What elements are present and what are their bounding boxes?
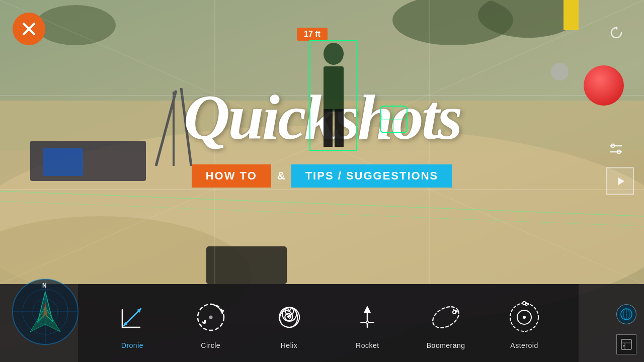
quickshot-boomerang[interactable]: Boomerang	[421, 297, 471, 349]
svg-rect-9	[206, 246, 287, 284]
svg-point-14	[35, 5, 116, 45]
subtitle-row: HOW TO & TIPS / SUGGESTIONS	[0, 164, 644, 188]
settings-button[interactable]	[608, 141, 624, 160]
svg-rect-24	[335, 109, 344, 147]
svg-marker-53	[623, 345, 625, 347]
quickshot-dronie[interactable]: Dronie	[107, 297, 157, 349]
bottom-right-panel	[579, 284, 644, 362]
close-icon	[20, 20, 38, 38]
svg-marker-34	[618, 177, 624, 185]
settings-icon	[608, 141, 624, 157]
boomerang-icon-container	[426, 297, 466, 337]
record-button[interactable]	[584, 65, 624, 106]
svg-point-70	[429, 302, 462, 332]
quickshot-circle[interactable]: Circle	[186, 297, 236, 349]
svg-point-61	[209, 315, 212, 319]
circle-icon	[193, 300, 228, 335]
quickshot-asteroid[interactable]: Asteroid	[499, 297, 549, 349]
svg-point-75	[523, 316, 526, 319]
rocket-icon-container	[347, 297, 387, 337]
mini-map-button[interactable]	[616, 334, 636, 354]
amp-separator: &	[277, 169, 285, 183]
play-icon	[615, 175, 626, 187]
satellite-icon[interactable]	[616, 304, 636, 324]
dronie-label: Dronie	[121, 341, 143, 349]
circle-icon-container	[191, 297, 231, 337]
boomerang-icon	[428, 300, 463, 335]
tips-badge: TIPS / SUGGESTIONS	[291, 164, 453, 188]
svg-rect-50	[621, 339, 631, 349]
quickshot-helix[interactable]: Helix	[264, 297, 314, 349]
target-crosshair	[380, 106, 408, 133]
refresh-button[interactable]	[609, 25, 624, 44]
svg-text:N: N	[42, 282, 47, 289]
distance-unit: ft	[315, 30, 320, 38]
boomerang-label: Boomerang	[427, 341, 465, 349]
svg-point-21	[324, 43, 344, 65]
satellite-svg	[620, 308, 633, 321]
refresh-icon	[609, 25, 624, 40]
svg-point-69	[367, 321, 368, 323]
person-silhouette	[310, 41, 356, 150]
helix-icon-container	[269, 297, 309, 337]
svg-point-58	[124, 322, 127, 325]
svg-marker-29	[616, 26, 618, 30]
svg-rect-22	[324, 66, 344, 112]
map-icon	[620, 338, 632, 350]
svg-marker-66	[364, 306, 371, 313]
play-button[interactable]	[606, 167, 634, 195]
rocket-icon	[350, 300, 385, 335]
distance-value: 17	[304, 30, 313, 38]
yellow-strip	[564, 0, 579, 30]
dronie-icon	[115, 300, 150, 335]
close-button[interactable]	[13, 13, 45, 45]
svg-point-63	[202, 320, 204, 322]
asteroid-icon	[507, 300, 542, 335]
crosshair-icon	[381, 107, 407, 132]
circle-label: Circle	[201, 341, 220, 349]
helix-icon	[272, 300, 307, 335]
distance-badge: 17 ft	[297, 28, 328, 41]
compass-area: N	[10, 277, 80, 347]
asteroid-icon-container	[504, 297, 544, 337]
quickshot-rocket[interactable]: Rocket	[342, 297, 392, 349]
rocket-label: Rocket	[356, 341, 379, 349]
quickshots-bar: Dronie Circle	[78, 284, 579, 362]
asteroid-label: Asteroid	[510, 341, 538, 349]
person-bounding-box	[309, 40, 357, 151]
helix-label: Helix	[281, 341, 298, 349]
how-to-badge: HOW TO	[192, 164, 271, 188]
gray-indicator	[551, 63, 569, 80]
svg-rect-23	[324, 109, 333, 147]
dronie-icon-container	[112, 297, 152, 337]
compass-svg: N	[10, 277, 80, 347]
